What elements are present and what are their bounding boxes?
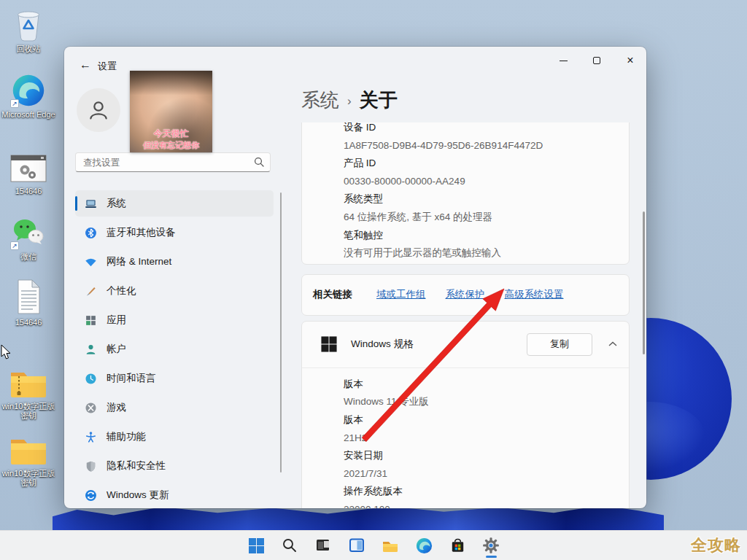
- copy-button[interactable]: 复制: [527, 333, 592, 356]
- spec-value: 没有可用于此显示器的笔或触控输入: [344, 244, 617, 262]
- zip-folder-icon: [0, 363, 57, 400]
- minimize-button[interactable]: [549, 50, 578, 71]
- link-advanced-system-settings[interactable]: 高级系统设置: [505, 288, 564, 301]
- sidebar-scrollbar[interactable]: [280, 192, 282, 472]
- maximize-button[interactable]: [582, 50, 611, 71]
- microsoft-store-icon: [449, 537, 467, 555]
- settings-sidebar: 系统 蓝牙和其他设备 网络 & Internet 个性化: [75, 190, 274, 508]
- breadcrumb-parent[interactable]: 系统: [301, 88, 339, 113]
- minimize-icon: [560, 61, 568, 61]
- scroll-region: 设备 ID 1A8F7508-D9B4-4D79-95D6-26B914F447…: [301, 122, 631, 508]
- link-domain-or-workgroup[interactable]: 域或工作组: [376, 288, 426, 301]
- window-title: 设置: [98, 60, 117, 73]
- search-icon: [281, 537, 298, 554]
- sidebar-item-accounts[interactable]: 帐户: [75, 336, 274, 362]
- related-links-card: 相关链接 域或工作组 系统保护 高级系统设置: [301, 274, 630, 316]
- back-button[interactable]: ←: [76, 57, 95, 73]
- sidebar-item-label: 辅助功能: [107, 430, 146, 443]
- user-avatar[interactable]: [77, 88, 120, 132]
- shield-icon: [85, 460, 97, 472]
- windows-start-icon: [248, 537, 265, 554]
- store-button[interactable]: [444, 533, 471, 559]
- sidebar-item-label: 蓝牙和其他设备: [107, 226, 176, 239]
- desktop-icon-label: Microsoft Edge: [0, 110, 57, 120]
- sidebar-item-gaming[interactable]: 游戏: [75, 394, 274, 421]
- desktop-icon-folder[interactable]: win10数字正版密钥: [0, 430, 57, 488]
- search-input[interactable]: [75, 152, 271, 172]
- spec-value: 21H2: [344, 429, 617, 448]
- start-button[interactable]: [243, 533, 270, 559]
- task-view-button[interactable]: [310, 533, 337, 559]
- breadcrumb: 系统 › 关于: [301, 88, 398, 113]
- widgets-button[interactable]: [344, 533, 371, 559]
- spec-label: 笔和触控: [344, 227, 617, 245]
- account-person-icon: [85, 343, 97, 356]
- sidebar-item-network[interactable]: 网络 & Internet: [75, 249, 274, 275]
- update-icon: [85, 489, 97, 502]
- maximize-icon: [593, 57, 600, 64]
- settings-gear-icon: [481, 536, 500, 555]
- sidebar-item-bluetooth[interactable]: 蓝牙和其他设备: [75, 219, 274, 246]
- desktop-icon-label: win10数字正版密钥: [0, 402, 57, 421]
- spec-label: 版本: [344, 411, 617, 429]
- desktop-icon-wechat[interactable]: ↗ 微信: [0, 214, 57, 262]
- sidebar-item-label: 隐私和安全性: [107, 459, 166, 472]
- sidebar-item-label: 帐户: [107, 343, 126, 356]
- mouse-cursor: [1, 345, 12, 361]
- spec-value: 22000.100: [344, 501, 617, 508]
- wechat-icon: ↗: [0, 214, 57, 250]
- brush-icon: [85, 285, 97, 298]
- desktop-icon-installer-154646[interactable]: 154646: [0, 148, 57, 196]
- folder-icon: [0, 430, 57, 467]
- task-view-icon: [314, 536, 333, 555]
- link-system-protection[interactable]: 系统保护: [446, 288, 485, 301]
- sidebar-item-label: 游戏: [107, 401, 126, 414]
- selected-accent-bar: [75, 196, 77, 211]
- sidebar-item-apps[interactable]: 应用: [75, 307, 274, 333]
- sidebar-item-privacy[interactable]: 隐私和安全性: [75, 453, 274, 479]
- settings-button[interactable]: [478, 533, 505, 559]
- accessibility-person-icon: [85, 431, 97, 443]
- settings-search: [75, 152, 271, 172]
- spec-value: 64 位操作系统, 基于 x64 的处理器: [344, 209, 617, 227]
- sidebar-item-label: 系统: [107, 197, 126, 210]
- page-title: 关于: [360, 88, 398, 113]
- meme-photo-overlay: 今天很忙 但没有忘记想你: [130, 71, 212, 152]
- spec-label: 产品 ID: [344, 155, 617, 173]
- desktop-icon-zip-folder[interactable]: win10数字正版密钥: [0, 363, 57, 421]
- bluetooth-icon: [85, 227, 97, 239]
- sidebar-item-personalization[interactable]: 个性化: [75, 278, 274, 304]
- person-icon: [86, 98, 111, 122]
- xbox-icon: [85, 402, 97, 414]
- desktop-icon-edge[interactable]: ↗ Microsoft Edge: [0, 71, 57, 120]
- edge-button[interactable]: [411, 533, 438, 559]
- desktop-icon-document-154646[interactable]: 154646: [0, 279, 57, 327]
- sidebar-item-system[interactable]: 系统: [75, 190, 274, 217]
- spec-value: Windows 11 专业版: [344, 393, 617, 411]
- sidebar-item-time-language[interactable]: 时间和语言: [75, 365, 274, 392]
- content-scrollbar[interactable]: [643, 211, 645, 354]
- sidebar-item-label: Windows 更新: [107, 489, 169, 502]
- file-explorer-icon: [381, 536, 400, 555]
- close-button[interactable]: ×: [616, 50, 645, 71]
- taskbar: [0, 530, 747, 560]
- search-button[interactable]: [276, 533, 303, 559]
- spec-label: 版本: [344, 376, 617, 394]
- shortcut-arrow-icon: ↗: [10, 99, 19, 108]
- document-icon: [0, 279, 57, 316]
- windows-specs-header[interactable]: Windows 规格 复制: [302, 322, 629, 368]
- window-controls: ×: [549, 50, 645, 71]
- sidebar-item-windows-update[interactable]: Windows 更新: [75, 482, 274, 508]
- breadcrumb-separator-icon: ›: [347, 92, 352, 109]
- file-explorer-button[interactable]: [377, 533, 404, 559]
- device-specs-card: 设备 ID 1A8F7508-D9B4-4D79-95D6-26B914F447…: [301, 122, 630, 265]
- watermark-text: 全攻略: [691, 534, 741, 556]
- desktop-icon-label: 154646: [0, 318, 57, 327]
- recycle-bin-icon: [0, 6, 57, 42]
- search-icon: [254, 157, 264, 167]
- desktop-icon-recycle-bin[interactable]: 回收站: [0, 6, 57, 54]
- chevron-up-icon[interactable]: [608, 341, 617, 347]
- sidebar-item-accessibility[interactable]: 辅助功能: [75, 424, 274, 450]
- desktop: { "desktop": { "icons": [ {"label": "回收站…: [0, 0, 747, 560]
- desktop-icon-label: 154646: [0, 187, 57, 196]
